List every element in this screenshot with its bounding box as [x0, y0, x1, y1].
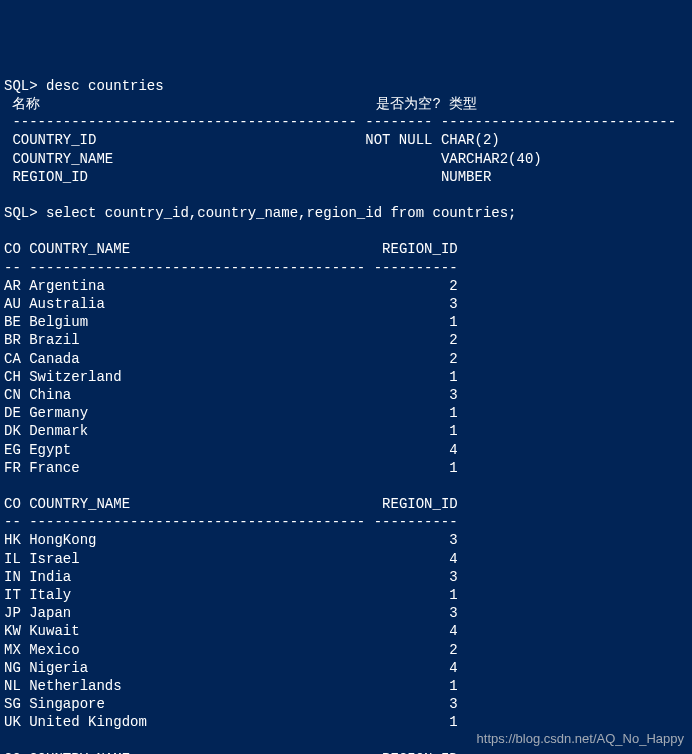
row-region: 1 — [449, 369, 457, 385]
row-region: 3 — [449, 569, 457, 585]
row-name: Denmark — [29, 423, 88, 439]
row-name: Mexico — [29, 642, 79, 658]
row-co: IN — [4, 569, 21, 585]
desc-col-name: REGION_ID — [12, 169, 88, 185]
row-name: Argentina — [29, 278, 105, 294]
row-region: 2 — [449, 332, 457, 348]
row-co: DE — [4, 405, 21, 421]
row-region: 3 — [449, 605, 457, 621]
row-name: Canada — [29, 351, 79, 367]
row-region: 4 — [449, 623, 457, 639]
desc-col-type: NUMBER — [441, 169, 491, 185]
row-co: HK — [4, 532, 21, 548]
row-name: Belgium — [29, 314, 88, 330]
row-region: 1 — [449, 678, 457, 694]
row-name: Singapore — [29, 696, 105, 712]
row-name: Japan — [29, 605, 71, 621]
row-region: 1 — [449, 405, 457, 421]
row-region: 4 — [449, 660, 457, 676]
desc-col-null: NOT NULL — [365, 132, 432, 148]
row-name: Kuwait — [29, 623, 79, 639]
row-co: BE — [4, 314, 21, 330]
row-name: HongKong — [29, 532, 96, 548]
row-region: 3 — [449, 296, 457, 312]
row-co: DK — [4, 423, 21, 439]
header-region-id: REGION_ID — [382, 496, 458, 512]
row-region: 1 — [449, 714, 457, 730]
desc-header-nullable: 是否为空? — [376, 96, 440, 112]
row-co: IL — [4, 551, 21, 567]
command-desc: desc countries — [46, 78, 164, 94]
row-name: Australia — [29, 296, 105, 312]
row-name: Nigeria — [29, 660, 88, 676]
row-region: 2 — [449, 642, 457, 658]
row-region: 4 — [449, 551, 457, 567]
row-region: 1 — [449, 460, 457, 476]
terminal-output[interactable]: SQL> desc countries 名称 是否为空? 类型 --------… — [0, 73, 692, 754]
watermark: https://blog.csdn.net/AQ_No_Happy — [477, 731, 684, 748]
row-region: 1 — [449, 423, 457, 439]
row-co: EG — [4, 442, 21, 458]
row-name: France — [29, 460, 79, 476]
header-co: CO — [4, 241, 21, 257]
header-country-name: COUNTRY_NAME — [29, 496, 130, 512]
row-co: CH — [4, 369, 21, 385]
row-name: Italy — [29, 587, 71, 603]
row-name: Egypt — [29, 442, 71, 458]
row-co: SG — [4, 696, 21, 712]
row-region: 1 — [449, 587, 457, 603]
header-region-id: REGION_ID — [382, 241, 458, 257]
row-co: JP — [4, 605, 21, 621]
result-divider: -- -------------------------------------… — [4, 260, 458, 276]
desc-col-type: VARCHAR2(40) — [441, 151, 542, 167]
row-co: AR — [4, 278, 21, 294]
row-co: BR — [4, 332, 21, 348]
row-name: India — [29, 569, 71, 585]
row-region: 4 — [449, 442, 457, 458]
desc-col-name: COUNTRY_NAME — [12, 151, 113, 167]
desc-col-name: COUNTRY_ID — [12, 132, 96, 148]
desc-header-name: 名称 — [12, 96, 40, 112]
row-co: NL — [4, 678, 21, 694]
header-country-name: COUNTRY_NAME — [29, 241, 130, 257]
row-co: CN — [4, 387, 21, 403]
desc-header-type: 类型 — [449, 96, 477, 112]
row-region: 2 — [449, 278, 457, 294]
row-name: Netherlands — [29, 678, 121, 694]
row-region: 2 — [449, 351, 457, 367]
sql-prompt: SQL> — [4, 78, 38, 94]
header-co: CO — [4, 496, 21, 512]
row-co: AU — [4, 296, 21, 312]
row-co: MX — [4, 642, 21, 658]
row-name: Germany — [29, 405, 88, 421]
row-name: China — [29, 387, 71, 403]
sql-prompt: SQL> — [4, 205, 38, 221]
row-region: 3 — [449, 696, 457, 712]
row-co: UK — [4, 714, 21, 730]
divider: ----------------------------------------… — [4, 114, 676, 130]
row-co: IT — [4, 587, 21, 603]
row-region: 1 — [449, 314, 457, 330]
row-name: Brazil — [29, 332, 79, 348]
row-region: 3 — [449, 387, 457, 403]
row-name: United Kingdom — [29, 714, 147, 730]
row-region: 3 — [449, 532, 457, 548]
row-co: CA — [4, 351, 21, 367]
row-co: KW — [4, 623, 21, 639]
command-select: select country_id,country_name,region_id… — [46, 205, 516, 221]
row-co: FR — [4, 460, 21, 476]
result-divider: -- -------------------------------------… — [4, 514, 458, 530]
row-name: Israel — [29, 551, 79, 567]
desc-col-type: CHAR(2) — [441, 132, 500, 148]
row-co: NG — [4, 660, 21, 676]
row-name: Switzerland — [29, 369, 121, 385]
